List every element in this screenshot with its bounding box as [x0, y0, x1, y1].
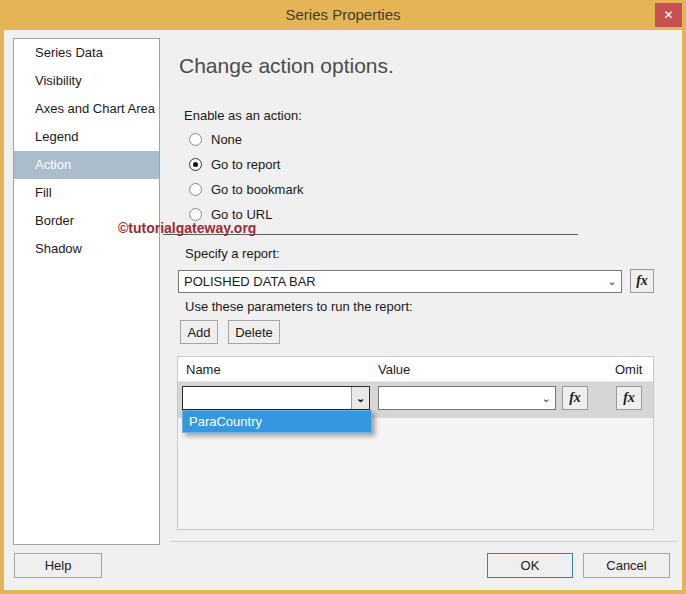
- radio-icon: [189, 133, 202, 146]
- report-combobox-value: POLISHED DATA BAR: [179, 274, 603, 289]
- radio-icon: [189, 183, 202, 196]
- sidebar-item-shadow[interactable]: Shadow: [14, 235, 159, 263]
- sidebar: Series Data Visibility Axes and Chart Ar…: [13, 38, 160, 545]
- help-button[interactable]: Help: [14, 553, 102, 578]
- close-icon: ✕: [663, 8, 673, 22]
- watermark: ©tutorialgateway.org: [118, 220, 256, 236]
- close-button[interactable]: ✕: [655, 3, 682, 27]
- chevron-down-icon: ⌄: [537, 392, 555, 405]
- page-title: Change action options.: [179, 54, 394, 78]
- enable-action-label: Enable as an action:: [184, 108, 302, 123]
- sidebar-item-legend[interactable]: Legend: [14, 123, 159, 151]
- footer-separator: [170, 541, 677, 542]
- radio-option-label: Go to bookmark: [211, 182, 304, 197]
- sidebar-item-series-data[interactable]: Series Data: [14, 39, 159, 67]
- specify-report-label: Specify a report:: [185, 246, 280, 261]
- radio-option-go-to-report[interactable]: Go to report: [189, 157, 280, 172]
- title-bar[interactable]: Series Properties ✕: [0, 0, 686, 30]
- report-fx-button[interactable]: fx: [630, 269, 654, 293]
- cancel-button[interactable]: Cancel: [583, 553, 670, 578]
- radio-option-label: Go to report: [211, 157, 280, 172]
- parameters-label: Use these parameters to run the report:: [185, 299, 413, 314]
- report-combobox[interactable]: POLISHED DATA BAR ⌄: [178, 270, 622, 293]
- sidebar-item-axes-and-chart-area[interactable]: Axes and Chart Area: [14, 95, 159, 123]
- delete-button[interactable]: Delete: [228, 320, 280, 344]
- add-button[interactable]: Add: [180, 320, 218, 344]
- window-title: Series Properties: [0, 0, 686, 30]
- column-header-omit: Omit: [615, 362, 642, 377]
- chevron-down-icon: ⌄: [351, 387, 369, 409]
- column-header-value: Value: [378, 362, 410, 377]
- ok-button[interactable]: OK: [487, 553, 573, 578]
- param-name-combobox[interactable]: ⌄: [182, 386, 370, 410]
- parameters-table: Name Value Omit: [177, 356, 654, 530]
- chevron-down-icon: ⌄: [603, 275, 621, 288]
- sidebar-item-action[interactable]: Action: [14, 151, 159, 179]
- sidebar-item-visibility[interactable]: Visibility: [14, 67, 159, 95]
- dropdown-item-paracountry[interactable]: ParaCountry: [183, 411, 371, 432]
- name-dropdown-list: ParaCountry: [182, 410, 372, 433]
- radio-option-go-to-bookmark[interactable]: Go to bookmark: [189, 182, 304, 197]
- column-header-name: Name: [186, 362, 221, 377]
- value-fx-button[interactable]: fx: [562, 386, 588, 410]
- param-value-combobox[interactable]: ⌄: [378, 386, 556, 410]
- sidebar-item-fill[interactable]: Fill: [14, 179, 159, 207]
- radio-option-none[interactable]: None: [189, 132, 242, 147]
- omit-fx-button[interactable]: fx: [616, 386, 642, 410]
- parameters-table-header: Name Value Omit: [178, 357, 653, 382]
- radio-option-label: None: [211, 132, 242, 147]
- radio-selected-icon: [189, 158, 202, 171]
- series-properties-dialog: Series Properties ✕ Series Data Visibili…: [0, 0, 686, 594]
